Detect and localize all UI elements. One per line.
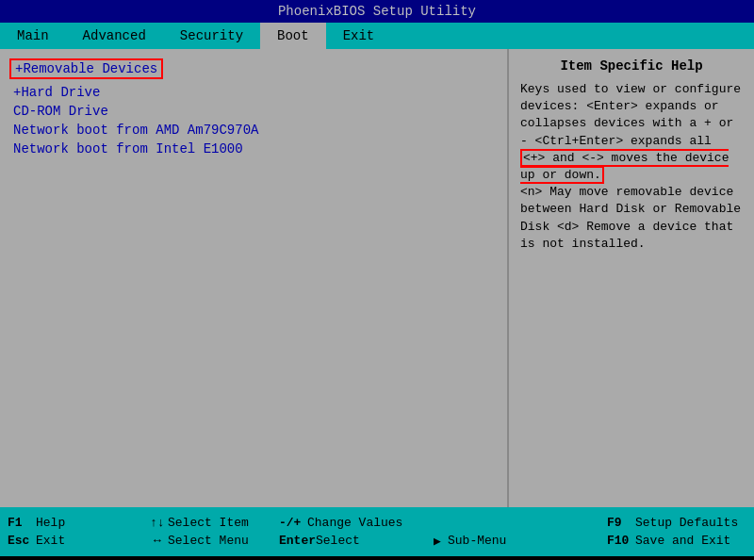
- boot-item-network-intel[interactable]: Network boot from Intel E1000: [9, 140, 498, 158]
- footer-enter-key: Enter: [279, 534, 316, 548]
- tab-security[interactable]: Security: [163, 23, 260, 49]
- tab-advanced[interactable]: Advanced: [66, 23, 163, 49]
- app-title: PhoenixBIOS Setup Utility: [278, 4, 476, 19]
- boot-item-removable[interactable]: +Removable Devices: [9, 58, 163, 79]
- footer-minus-plus-key: -/+: [279, 516, 307, 530]
- main-content: +Removable Devices +Hard Drive CD-ROM Dr…: [0, 49, 754, 507]
- right-panel: Item Specific Help Keys used to view or …: [509, 49, 754, 507]
- boot-item-network-amd[interactable]: Network boot from AMD Am79C970A: [9, 121, 498, 140]
- footer-f9-key: F9: [607, 516, 635, 530]
- help-title: Item Specific Help: [520, 58, 743, 74]
- footer-select-desc[interactable]: Select: [316, 534, 419, 548]
- footer: F1 Help ↑↓ Select Item -/+ Change Values…: [0, 507, 754, 556]
- footer-f9-desc: Setup Defaults: [635, 516, 739, 530]
- title-bar: PhoenixBIOS Setup Utility: [0, 0, 754, 23]
- footer-row2: Esc Exit ↔ Select Menu Enter Select ▶ Su…: [0, 532, 754, 551]
- left-panel: +Removable Devices +Hard Drive CD-ROM Dr…: [0, 49, 509, 507]
- tab-main[interactable]: Main: [0, 23, 66, 49]
- nav-bar: Main Advanced Security Boot Exit: [0, 23, 754, 49]
- footer-submenu-arrow: ▶: [427, 534, 448, 549]
- footer-row1: F1 Help ↑↓ Select Item -/+ Change Values…: [0, 514, 754, 532]
- help-text-before: Keys used to view or configure devices: …: [520, 82, 741, 148]
- footer-select-menu-desc: Select Menu: [168, 534, 271, 548]
- footer-f10-key: F10: [607, 534, 635, 548]
- help-text-after: <n> May move removable device between Ha…: [520, 185, 741, 251]
- footer-f10-desc: Save and Exit: [635, 534, 739, 548]
- footer-f1-desc: Help: [36, 516, 139, 530]
- tab-boot[interactable]: Boot: [260, 23, 326, 49]
- boot-item-harddrive[interactable]: +Hard Drive: [9, 83, 498, 102]
- footer-change-values-desc: Change Values: [307, 516, 411, 530]
- help-body: Keys used to view or configure devices: …: [520, 81, 743, 253]
- footer-arrows-leftright: ↔: [147, 534, 168, 548]
- footer-f1-key: F1: [8, 516, 36, 530]
- tab-exit[interactable]: Exit: [326, 23, 392, 49]
- footer-esc-desc: Exit: [36, 534, 139, 548]
- footer-esc-key: Esc: [8, 534, 36, 548]
- help-highlight: <+> and <-> moves the device up or down.: [520, 149, 729, 184]
- footer-arrows-updown: ↑↓: [147, 516, 168, 530]
- footer-submenu-desc: Sub-Menu: [448, 534, 551, 548]
- footer-select-item-desc: Select Item: [168, 516, 271, 530]
- boot-item-cdrom[interactable]: CD-ROM Drive: [9, 102, 498, 121]
